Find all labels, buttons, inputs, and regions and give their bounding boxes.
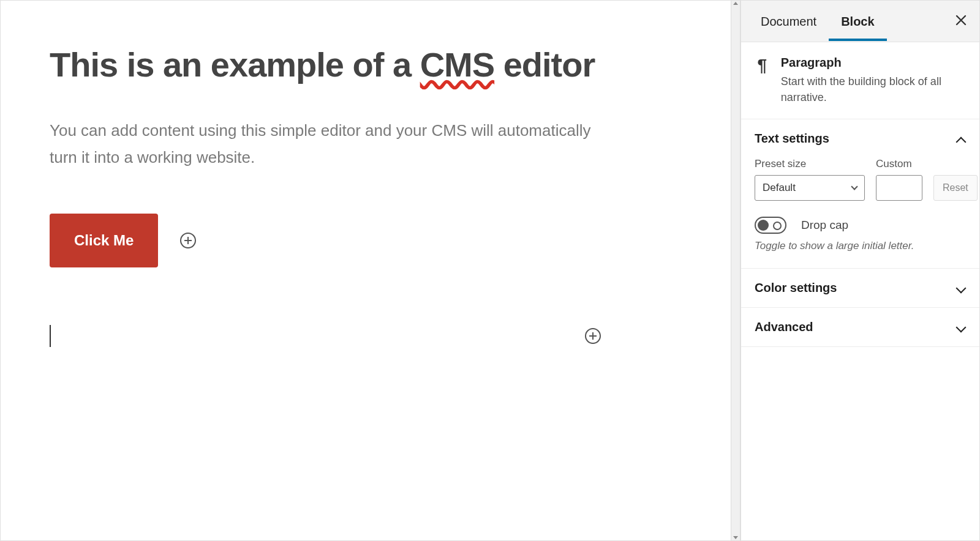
editor-canvas[interactable]: This is an example of a CMS editor You c… — [1, 1, 731, 540]
scroll-up-icon[interactable] — [733, 2, 738, 5]
panel-title: Advanced — [755, 320, 813, 334]
title-spellcheck-word[interactable]: CMS — [420, 45, 494, 84]
panel-body-text-settings: Preset size Default Custom Reset Drop — [741, 158, 979, 268]
chevron-down-icon — [956, 323, 966, 332]
button-block-row: Click Me — [50, 214, 613, 267]
app-root: This is an example of a CMS editor You c… — [0, 0, 980, 541]
scroll-down-icon[interactable] — [733, 536, 738, 539]
tab-document[interactable]: Document — [748, 1, 829, 41]
panel-text-settings: Text settings Preset size Default Custom — [741, 119, 979, 269]
dropcap-label: Drop cap — [801, 218, 848, 232]
panel-head-color-settings[interactable]: Color settings — [741, 269, 979, 307]
panel-head-text-settings[interactable]: Text settings — [741, 119, 979, 158]
empty-paragraph-block[interactable] — [50, 323, 601, 349]
add-block-trailing-icon[interactable] — [585, 328, 601, 344]
custom-size-input[interactable] — [876, 175, 922, 201]
close-sidebar-button[interactable] — [950, 7, 972, 35]
preset-size-field: Preset size Default — [755, 158, 865, 201]
cta-button[interactable]: Click Me — [50, 214, 158, 267]
panel-color-settings: Color settings — [741, 269, 979, 308]
vertical-scrollbar[interactable] — [731, 1, 741, 540]
text-caret — [50, 325, 51, 347]
preset-size-label: Preset size — [755, 158, 865, 170]
reset-size-button[interactable]: Reset — [933, 175, 978, 201]
panel-head-advanced[interactable]: Advanced — [741, 308, 979, 346]
settings-sidebar: Document Block ¶ Paragraph Start with th… — [741, 1, 979, 540]
chevron-up-icon — [956, 134, 966, 144]
tab-block[interactable]: Block — [829, 1, 886, 41]
preset-size-select[interactable]: Default — [755, 175, 865, 201]
add-block-inline-icon[interactable] — [180, 233, 196, 248]
block-type-header: ¶ Paragraph Start with the building bloc… — [741, 42, 979, 119]
panel-advanced: Advanced — [741, 308, 979, 347]
close-icon — [955, 14, 967, 26]
block-type-name: Paragraph — [781, 56, 966, 70]
custom-size-field: Custom — [876, 158, 922, 201]
preset-size-value: Default — [763, 182, 796, 194]
panel-title: Color settings — [755, 281, 837, 295]
dropcap-row: Drop cap — [755, 217, 966, 234]
post-title[interactable]: This is an example of a CMS editor — [50, 43, 613, 86]
custom-size-label: Custom — [876, 158, 922, 170]
block-type-text: Paragraph Start with the building block … — [781, 56, 966, 105]
chevron-down-icon — [851, 184, 858, 190]
title-text-pre: This is an example of a — [50, 45, 420, 84]
paragraph-icon: ¶ — [755, 57, 770, 74]
paragraph-block[interactable]: You can add content using this simple ed… — [50, 117, 613, 171]
canvas-inner: This is an example of a CMS editor You c… — [50, 43, 613, 349]
block-type-desc: Start with the building block of all nar… — [781, 73, 966, 105]
panel-title: Text settings — [755, 132, 829, 146]
sidebar-tabs: Document Block — [741, 1, 979, 42]
title-text-post: editor — [494, 45, 595, 84]
dropcap-toggle[interactable] — [755, 217, 786, 234]
dropcap-help-text: Toggle to show a large initial letter. — [755, 240, 966, 252]
chevron-down-icon — [956, 283, 966, 293]
font-size-row: Preset size Default Custom Reset — [755, 158, 966, 201]
